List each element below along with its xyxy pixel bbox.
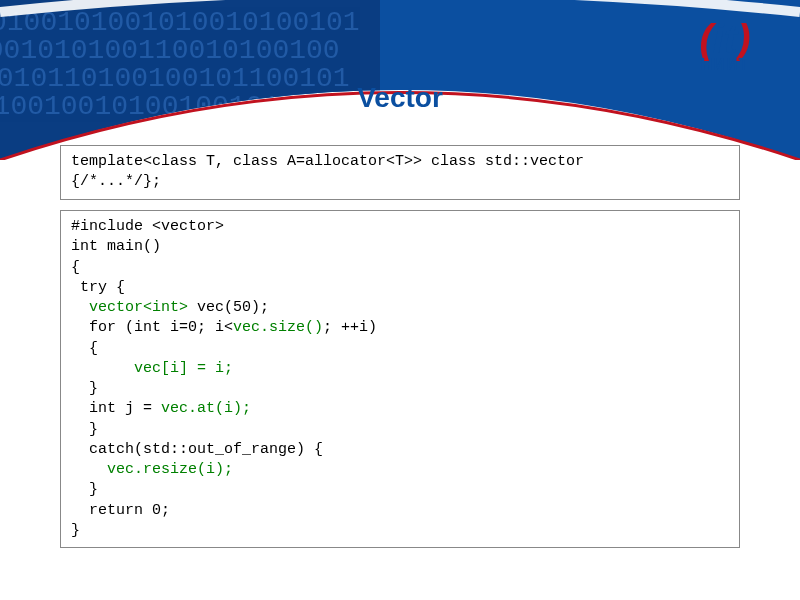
code-line: { (71, 340, 98, 357)
code-sample-box: #include <vector> int main() { try { vec… (60, 210, 740, 548)
code-line: } (71, 481, 98, 498)
template-declaration-box: template<class T, class A=allocator<T>> … (60, 145, 740, 200)
code-line: vec.resize(i); (71, 461, 233, 478)
code-line: } (71, 421, 98, 438)
code-line: vector<int> vec(50); (71, 299, 269, 316)
code-line: { (71, 259, 80, 276)
logo: (it) НИИТ (680, 20, 770, 74)
code-line: try { (71, 279, 125, 296)
code-text: ; ++i) (323, 319, 377, 336)
logo-label: НИИТ (680, 56, 770, 74)
code-text: vec(50); (188, 299, 269, 316)
code-highlight: vector<int> (89, 299, 188, 316)
code-line: } (71, 522, 80, 539)
code-highlight: vec.resize(i); (107, 461, 233, 478)
code-line: int j = vec.at(i); (71, 400, 251, 417)
code-text: for (int i=0; i< (71, 319, 233, 336)
code-line: for (int i=0; i<vec.size(); ++i) (71, 319, 377, 336)
logo-glyph: (it) (680, 20, 770, 58)
template-declaration-code: template<class T, class A=allocator<T>> … (71, 153, 584, 190)
code-line: vec[i] = i; (71, 360, 233, 377)
code-highlight: vec.at(i); (161, 400, 251, 417)
code-line: #include <vector> (71, 218, 224, 235)
code-line: catch(std::out_of_range) { (71, 441, 323, 458)
code-line: } (71, 380, 98, 397)
svg-text:1001010100110010100100: 1001010100110010100100 (0, 35, 340, 66)
code-line: int main() (71, 238, 161, 255)
code-text: int j = (71, 400, 161, 417)
code-line: return 0; (71, 502, 170, 519)
slide: 0100101001010010100101 10010101001100101… (0, 0, 800, 600)
code-highlight: vec[i] = i; (134, 360, 233, 377)
slide-title: Vector (0, 82, 800, 114)
code-highlight: vec.size() (233, 319, 323, 336)
